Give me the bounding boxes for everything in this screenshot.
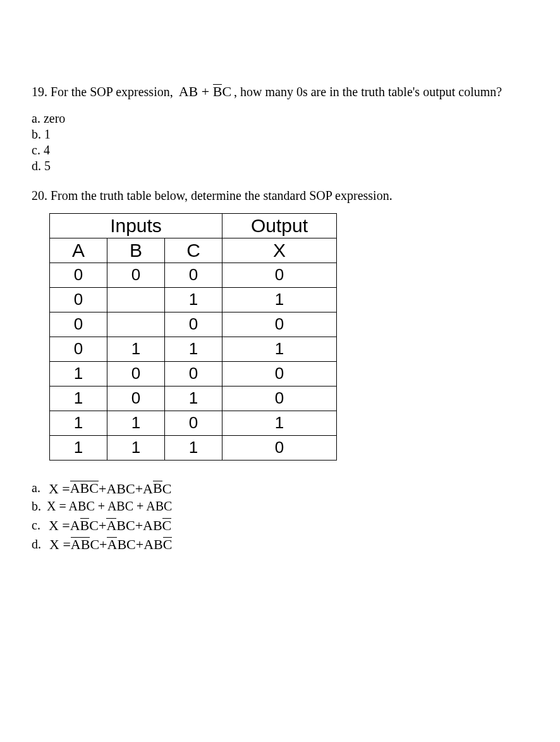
plus: + — [135, 479, 143, 498]
cell: 1 — [50, 361, 107, 386]
plus: + — [99, 479, 106, 498]
cell — [107, 287, 165, 312]
option-label: b. — [32, 127, 44, 142]
lhs: X = — [49, 535, 71, 554]
sop-expression: AB + B C — [176, 82, 234, 102]
table-row: 1010 — [50, 386, 337, 411]
question-20-options: a. X = ABC + ABC + ABC b. X = ABC + ABC … — [32, 479, 528, 554]
question-19-options: a. zero b. 1 c. 4 d. 5 — [32, 111, 528, 174]
col-b: B — [107, 238, 165, 263]
question-19-text: 19. For the SOP expression, AB + B C , h… — [32, 82, 528, 102]
option-b-expression: X = ABC + ABC + ABC — [47, 498, 172, 515]
cell: 1 — [107, 411, 165, 435]
cell: 0 — [107, 263, 165, 287]
cell: 0 — [107, 361, 165, 386]
truth-table: Inputs Output A B C X 0000 011 000 0111 — [49, 213, 337, 461]
cell: 1 — [50, 411, 107, 435]
cell: 0 — [165, 263, 222, 287]
cell: 1 — [222, 287, 337, 312]
cell: 1 — [107, 435, 165, 460]
option-c: c. X = ABC + ABC + ABC — [32, 516, 528, 535]
cell — [107, 312, 165, 337]
output-header: Output — [222, 213, 337, 238]
cell: 1 — [165, 386, 222, 411]
option-text: zero — [44, 111, 65, 127]
term-bc: BC — [117, 535, 135, 554]
inputs-header: Inputs — [50, 213, 222, 238]
option-text: 1 — [44, 127, 51, 142]
option-d: d. X = ABC + ABC + ABC — [32, 535, 528, 554]
c-bar: C — [163, 537, 173, 552]
term-c: C — [90, 535, 99, 554]
b-bar: B — [153, 481, 162, 495]
option-d: d. 5 — [32, 158, 528, 174]
cell: 0 — [222, 435, 337, 460]
a-bar: A — [70, 481, 80, 495]
cell: 1 — [50, 435, 107, 460]
cell: 0 — [50, 337, 107, 361]
table-row: 1101 — [50, 411, 337, 435]
table-header-row-1: Inputs Output — [50, 213, 337, 238]
cell: 0 — [222, 263, 337, 287]
a-bar: A — [71, 537, 81, 552]
cell: 1 — [107, 337, 165, 361]
option-label: d. — [32, 536, 44, 554]
table-header-row-2: A B C X — [50, 238, 337, 263]
cell: 1 — [165, 435, 222, 460]
question-19: 19. For the SOP expression, AB + B C , h… — [32, 82, 528, 174]
option-label: c. — [32, 142, 44, 158]
plus-sign: + — [198, 82, 212, 102]
question-suffix: , how many 0s are in the truth table's o… — [234, 83, 502, 101]
cell: 0 — [50, 312, 107, 337]
option-d-expression: X = ABC + ABC + ABC — [47, 535, 174, 554]
table-row: 011 — [50, 287, 337, 312]
option-a: a. zero — [32, 111, 528, 127]
table-row: 0000 — [50, 263, 337, 287]
table-row: 1110 — [50, 435, 337, 460]
plus: + — [136, 535, 143, 554]
cell: 0 — [165, 411, 222, 435]
option-a: a. X = ABC + ABC + ABC — [32, 479, 528, 498]
question-number: 20. — [32, 187, 47, 204]
a-bar: A — [107, 537, 117, 552]
lhs: X = — [49, 516, 70, 535]
table-row: 000 — [50, 312, 337, 337]
option-label: c. — [32, 517, 44, 535]
truth-table-wrap: Inputs Output A B C X 0000 011 000 0111 — [49, 213, 528, 461]
term-ab: AB — [143, 516, 162, 535]
option-label: a. — [32, 111, 44, 127]
b-bar: B — [80, 518, 90, 533]
plus: + — [99, 516, 106, 535]
question-20-text: 20. From the truth table below, determin… — [32, 187, 528, 204]
option-label: d. — [32, 158, 44, 174]
cell: 1 — [165, 337, 222, 361]
b-bar: B — [81, 537, 90, 552]
a-bar: A — [106, 518, 116, 533]
c-bar: C — [89, 481, 99, 495]
cell: 0 — [222, 312, 337, 337]
option-text: 4 — [44, 142, 50, 158]
question-20: 20. From the truth table below, determin… — [32, 187, 528, 554]
term-ab: AB — [179, 82, 198, 102]
option-label: a. — [32, 479, 44, 498]
cell: 0 — [107, 386, 165, 411]
question-body: From the truth table below, determine th… — [47, 187, 393, 204]
table-body: 0000 011 000 0111 1000 1010 1101 1110 — [50, 263, 337, 460]
c-bar: C — [162, 518, 172, 533]
col-c: C — [165, 238, 222, 263]
cell: 0 — [222, 361, 337, 386]
term-abc: ABC — [106, 479, 135, 498]
term-ab: AB — [143, 535, 163, 554]
question-prefix: For the SOP expression, — [47, 83, 176, 101]
option-a-expression: X = ABC + ABC + ABC — [46, 479, 174, 498]
term-c: C — [89, 516, 99, 535]
option-c-expression: X = ABC + ABC + ABC — [46, 516, 174, 535]
col-a: A — [50, 238, 107, 263]
option-c: c. 4 — [32, 142, 528, 158]
table-row: 0111 — [50, 337, 337, 361]
cell: 0 — [165, 312, 222, 337]
option-b: b. 1 — [32, 127, 528, 142]
term-a: A — [70, 516, 80, 535]
term-a: A — [143, 479, 153, 498]
lhs: X = — [49, 479, 70, 498]
